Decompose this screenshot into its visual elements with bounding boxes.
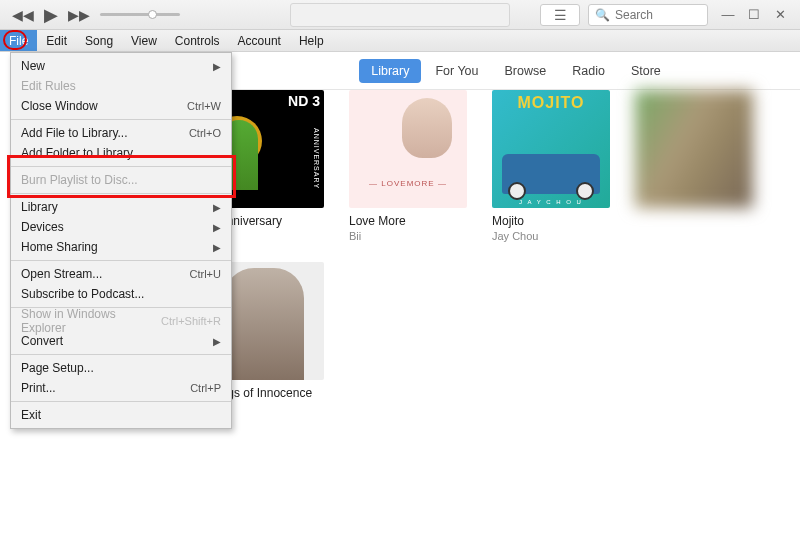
menu-item-label: Page Setup...	[21, 361, 94, 375]
chevron-right-icon: ▶	[213, 202, 221, 213]
menubar: File Edit Song View Controls Account Hel…	[0, 30, 800, 52]
menu-item-shortcut: Ctrl+P	[190, 382, 221, 394]
menu-file[interactable]: File	[0, 30, 37, 51]
menu-item-label: New	[21, 59, 45, 73]
menu-item-label: Show in Windows Explorer	[21, 307, 161, 335]
menu-item-add-folder-to-library[interactable]: Add Folder to Library...	[11, 143, 231, 163]
menu-item-label: Devices	[21, 220, 64, 234]
menu-item-shortcut: Ctrl+Shift+R	[161, 315, 221, 327]
nav-for-you[interactable]: For You	[423, 59, 490, 83]
play-button[interactable]: ▶	[38, 3, 64, 27]
menu-item-library[interactable]: Library▶	[11, 197, 231, 217]
menu-item-label: Add File to Library...	[21, 126, 128, 140]
menu-item-label: Home Sharing	[21, 240, 98, 254]
cover-text: — LOVEMORE —	[349, 179, 467, 188]
menu-controls[interactable]: Controls	[166, 30, 229, 51]
menu-item-label: Edit Rules	[21, 79, 76, 93]
menu-separator	[11, 193, 231, 194]
menu-item-subscribe-to-podcast[interactable]: Subscribe to Podcast...	[11, 284, 231, 304]
album-item[interactable]: — LOVEMORE — Love More Bii	[349, 90, 471, 242]
menu-account[interactable]: Account	[229, 30, 290, 51]
menu-item-label: Print...	[21, 381, 56, 395]
album-cover[interactable]: — LOVEMORE —	[349, 90, 467, 208]
nav-store[interactable]: Store	[619, 59, 673, 83]
nav-radio[interactable]: Radio	[560, 59, 617, 83]
menu-item-print[interactable]: Print...Ctrl+P	[11, 378, 231, 398]
menu-item-new[interactable]: New▶	[11, 56, 231, 76]
menu-item-open-stream[interactable]: Open Stream...Ctrl+U	[11, 264, 231, 284]
menu-item-close-window[interactable]: Close WindowCtrl+W	[11, 96, 231, 116]
menu-edit[interactable]: Edit	[37, 30, 76, 51]
menu-item-label: Convert	[21, 334, 63, 348]
chevron-right-icon: ▶	[213, 61, 221, 72]
chevron-right-icon: ▶	[213, 336, 221, 347]
menu-item-add-file-to-library[interactable]: Add File to Library...Ctrl+O	[11, 123, 231, 143]
search-field[interactable]: 🔍	[588, 4, 708, 26]
nav-library[interactable]: Library	[359, 59, 421, 83]
album-item[interactable]: MOJITO J A Y C H O U Mojito Jay Chou	[492, 90, 614, 242]
titlebar: ◀◀ ▶ ▶▶ ☰ 🔍 — ☐ ✕	[0, 0, 800, 30]
menu-item-label: Add Folder to Library...	[21, 146, 142, 160]
chevron-right-icon: ▶	[213, 242, 221, 253]
album-artist: Bii	[349, 230, 471, 242]
chevron-right-icon: ▶	[213, 222, 221, 233]
menu-item-shortcut: Ctrl+O	[189, 127, 221, 139]
menu-separator	[11, 119, 231, 120]
search-icon: 🔍	[595, 8, 610, 22]
menu-separator	[11, 260, 231, 261]
file-dropdown: New▶Edit RulesClose WindowCtrl+WAdd File…	[10, 52, 232, 429]
menu-item-edit-rules: Edit Rules	[11, 76, 231, 96]
now-playing-lcd	[290, 3, 510, 27]
album-title: Love More	[349, 214, 471, 228]
menu-item-label: Close Window	[21, 99, 98, 113]
menu-separator	[11, 401, 231, 402]
volume-slider[interactable]	[100, 13, 180, 16]
playback-controls: ◀◀ ▶ ▶▶	[0, 3, 180, 27]
menu-item-label: Burn Playlist to Disc...	[21, 173, 138, 187]
nav-browse[interactable]: Browse	[493, 59, 559, 83]
cover-text: ND 3	[288, 94, 320, 109]
menu-item-exit[interactable]: Exit	[11, 405, 231, 425]
album-artist: Jay Chou	[492, 230, 614, 242]
album-cover[interactable]	[635, 90, 753, 208]
menu-item-label: Library	[21, 200, 58, 214]
album-title: Mojito	[492, 214, 614, 228]
list-view-button[interactable]: ☰	[540, 4, 580, 26]
cover-subtext: J A Y C H O U	[492, 199, 610, 205]
minimize-button[interactable]: —	[716, 6, 740, 24]
close-button[interactable]: ✕	[768, 6, 792, 24]
menu-item-label: Exit	[21, 408, 41, 422]
section-nav: Library For You Browse Radio Store	[232, 52, 800, 90]
album-item[interactable]	[635, 90, 757, 214]
cover-text: MOJITO	[492, 94, 610, 112]
menu-help[interactable]: Help	[290, 30, 333, 51]
menu-item-shortcut: Ctrl+U	[190, 268, 221, 280]
menu-item-show-in-windows-explorer: Show in Windows ExplorerCtrl+Shift+R	[11, 311, 231, 331]
cover-subtext: ANNIVERSARY	[313, 128, 320, 189]
maximize-button[interactable]: ☐	[742, 6, 766, 24]
menu-separator	[11, 166, 231, 167]
next-button[interactable]: ▶▶	[66, 3, 92, 27]
menu-item-label: Subscribe to Podcast...	[21, 287, 144, 301]
menu-item-label: Open Stream...	[21, 267, 102, 281]
prev-button[interactable]: ◀◀	[10, 3, 36, 27]
menu-item-home-sharing[interactable]: Home Sharing▶	[11, 237, 231, 257]
menu-item-page-setup[interactable]: Page Setup...	[11, 358, 231, 378]
album-cover[interactable]: MOJITO J A Y C H O U	[492, 90, 610, 208]
menu-separator	[11, 354, 231, 355]
menu-song[interactable]: Song	[76, 30, 122, 51]
menu-view[interactable]: View	[122, 30, 166, 51]
menu-item-shortcut: Ctrl+W	[187, 100, 221, 112]
menu-item-devices[interactable]: Devices▶	[11, 217, 231, 237]
menu-item-burn-playlist-to-disc: Burn Playlist to Disc...	[11, 170, 231, 190]
